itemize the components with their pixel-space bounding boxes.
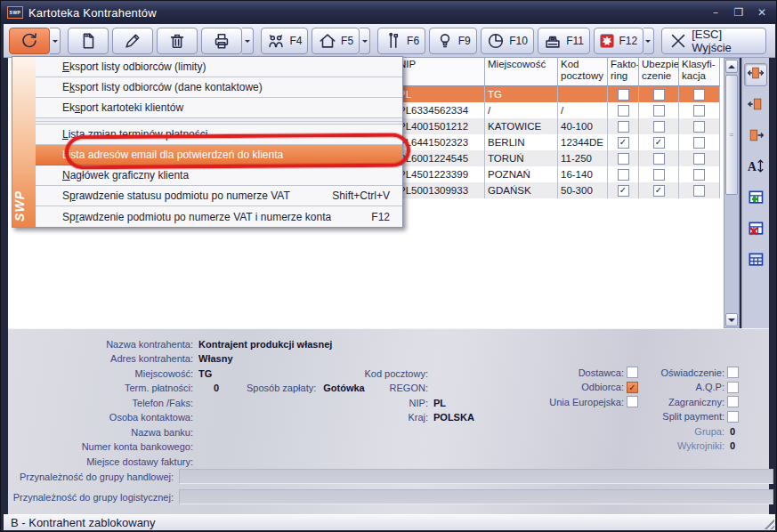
home-f5-dropdown-icon[interactable] <box>360 28 370 54</box>
klasyfikacja-checkbox[interactable] <box>693 89 705 101</box>
klasyfikacja-checkbox[interactable] <box>693 137 705 149</box>
contacts-f4-button[interactable]: F4 <box>261 28 309 54</box>
window-title: Kartoteka Kontrahentów <box>28 6 157 20</box>
column-header[interactable]: NIP <box>396 58 485 86</box>
table-remove-icon <box>747 220 765 241</box>
table-row[interactable]: PL6001224545TORUŃ11-250 <box>396 150 720 166</box>
remove-column-button[interactable] <box>744 219 767 242</box>
scroll-down-icon[interactable] <box>725 313 738 326</box>
print-dropdown-icon[interactable] <box>242 28 253 54</box>
column-header[interactable]: Miejscowość <box>485 58 558 86</box>
table-row[interactable]: PL6334562334// <box>396 102 720 118</box>
faktoring-cell: ✓ <box>608 134 639 150</box>
ubezpieczenie-checkbox[interactable] <box>653 121 665 133</box>
shift-left-button[interactable] <box>744 94 767 117</box>
checkbox-label: Unia Europejska: <box>506 397 624 407</box>
tools-f6-button[interactable]: F6 <box>377 28 425 54</box>
nip-cell: PL4001501212 <box>396 118 485 134</box>
refresh-button[interactable] <box>9 28 50 54</box>
table-add-icon <box>747 189 765 210</box>
printer-icon <box>212 31 231 51</box>
tools-icon <box>384 31 403 51</box>
column-header[interactable]: Klasyfi- kacja <box>679 58 720 86</box>
menu-separator <box>36 118 402 125</box>
ubezpieczenie-checkbox[interactable] <box>653 89 665 101</box>
faktoring-checkbox[interactable] <box>618 169 629 181</box>
klasyfikacja-checkbox[interactable] <box>693 105 705 117</box>
faktoring-checkbox[interactable] <box>618 105 629 117</box>
hint-f9-button[interactable]: F9 <box>429 28 477 54</box>
ubezpieczenie-cell <box>639 102 679 118</box>
details-row: Numer konta bankowego: <box>8 440 198 454</box>
ubezpieczenie-checkbox[interactable] <box>653 169 665 181</box>
checkbox[interactable] <box>727 411 739 423</box>
column-header[interactable]: Fakto- ring <box>608 58 639 86</box>
city-cell: / <box>485 102 558 118</box>
details-row: Dostawca: <box>506 366 638 379</box>
status-bar: B - Kontrahent zablokowany <box>4 514 775 530</box>
register-f11-button[interactable]: F11 <box>538 28 590 54</box>
group-field-input[interactable] <box>179 489 773 504</box>
sort-alpha-button[interactable]: A <box>744 157 767 180</box>
shift-right-button[interactable] <box>744 125 767 149</box>
menu-item[interactable]: Eksport kartoteki klientów <box>36 98 402 118</box>
field-label: Osoba kontaktowa: <box>8 412 198 423</box>
refresh-dropdown-icon[interactable] <box>50 28 61 54</box>
checkbox[interactable] <box>727 367 739 378</box>
details-row: Kod pocztowy: <box>275 367 433 380</box>
menu-item[interactable]: Eksport listy odbiorców (limity) <box>36 57 402 77</box>
klasyfikacja-checkbox[interactable] <box>693 153 705 165</box>
scroll-up-icon[interactable] <box>725 60 738 73</box>
table-row[interactable]: PLTG <box>396 86 720 102</box>
table-row[interactable]: PL5001309933GDAŃSK50-300✓✓ <box>396 182 720 198</box>
fit-columns-button[interactable] <box>744 63 767 86</box>
ubezpieczenie-checkbox[interactable]: ✓ <box>653 137 665 149</box>
close-button[interactable]: ✕ <box>755 6 769 19</box>
maximize-button[interactable]: ❐ <box>732 6 746 19</box>
details-row: Przynależność do grupy handlowej: <box>8 470 174 483</box>
table-row[interactable]: PL6441502323BERLIN12344DE✓✓ <box>396 134 720 150</box>
menu-item[interactable]: Eksport listy odbiorców (dane kontaktowe… <box>36 77 402 98</box>
klasyfikacja-checkbox[interactable] <box>693 185 705 197</box>
column-header[interactable]: Kod pocztowy <box>558 58 608 86</box>
checkbox-label: Dostawca: <box>506 367 624 378</box>
vat-f12-dropdown-icon[interactable] <box>643 28 654 54</box>
column-header[interactable]: Ubezpie- czenie <box>639 58 679 86</box>
checkbox-label: Split payment: <box>622 411 724 422</box>
details-row: Kraj:POLSKA <box>275 411 474 424</box>
ubezpieczenie-checkbox[interactable]: ✓ <box>653 185 665 197</box>
svg-text:A: A <box>748 160 757 173</box>
field-label: Adres kontrahenta: <box>8 353 198 364</box>
table-row[interactable]: PL4001501212KATOWICE40-100 <box>396 118 720 134</box>
home-f5-button[interactable]: F5 <box>312 28 360 54</box>
table-row[interactable]: PL4501223399POZNAŃ16-140 <box>396 166 720 182</box>
menu-item[interactable]: Sprawdzenie podmiotu po numerze VAT i nu… <box>36 206 402 227</box>
checkbox[interactable] <box>727 382 739 393</box>
checkbox[interactable] <box>727 396 739 407</box>
group-field-input[interactable] <box>179 469 773 484</box>
ubezpieczenie-checkbox[interactable] <box>653 153 665 165</box>
print-button[interactable] <box>201 28 242 54</box>
faktoring-checkbox[interactable] <box>618 121 629 133</box>
scrollbar-thumb[interactable]: = <box>725 75 738 195</box>
faktoring-cell <box>608 166 639 182</box>
stats-f10-button[interactable]: F10 <box>481 28 534 54</box>
faktoring-checkbox[interactable] <box>618 153 629 165</box>
ubezpieczenie-checkbox[interactable] <box>653 105 665 117</box>
faktoring-checkbox[interactable]: ✓ <box>618 137 629 149</box>
faktoring-checkbox[interactable] <box>618 89 629 101</box>
klasyfikacja-checkbox[interactable] <box>693 169 705 181</box>
exit-button[interactable]: [ESC] Wyjście <box>661 28 766 54</box>
edit-record-button[interactable] <box>112 28 153 54</box>
add-column-button[interactable] <box>744 188 767 211</box>
menu-item[interactable]: Sprawdzenie statusu podmiotu po numerze … <box>36 186 402 206</box>
table-view-button[interactable] <box>744 250 767 273</box>
vat-f12-button[interactable]: F12 <box>594 28 643 54</box>
klasyfikacja-checkbox[interactable] <box>693 121 705 133</box>
new-record-button[interactable] <box>68 28 109 54</box>
resize-grip[interactable] <box>762 517 774 529</box>
faktoring-checkbox[interactable]: ✓ <box>618 185 629 197</box>
minimize-button[interactable]: – <box>708 6 723 19</box>
table-scrollbar[interactable]: = <box>724 58 740 328</box>
delete-record-button[interactable] <box>157 28 198 54</box>
